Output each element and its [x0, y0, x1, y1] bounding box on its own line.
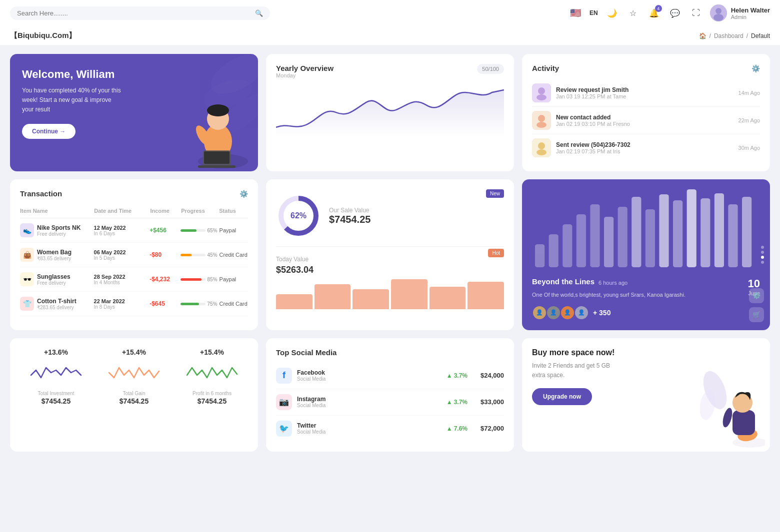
user-menu[interactable]: Helen Walter Admin — [710, 4, 770, 21]
bar-0 — [276, 294, 312, 309]
item-icon-2: 🕶️ — [20, 272, 34, 286]
item-date-2: 28 Sep 2022In 4 Months — [94, 274, 148, 285]
twitter-icon: 🐦 — [276, 421, 292, 437]
activity-subtitle-0: Jan 03 19 12:25 PM at Tame — [556, 93, 628, 99]
col-progress: Progress — [181, 208, 217, 214]
table-header: Item Name Date and Time Income Progress … — [20, 204, 248, 218]
today-value: $5263.04 — [276, 265, 504, 275]
upgrade-button[interactable]: Upgrade now — [532, 388, 592, 405]
item-income-0: +$456 — [150, 227, 178, 234]
svg-point-16 — [536, 94, 546, 100]
activity-time-0: 14m Ago — [738, 90, 760, 96]
beyond-avatars: 👤 👤 👤 👤 + 350 — [532, 305, 686, 320]
social-card: Top Social Media f Facebook Social Media… — [266, 338, 514, 452]
buy-space-card: Buy more space now! Invite 2 Friends and… — [522, 338, 770, 452]
cart-icon-beyond[interactable]: 🛒 — [749, 307, 764, 322]
flag-icon[interactable]: 🇺🇸 — [568, 6, 582, 20]
social-amount-0: $24,000 — [480, 372, 504, 379]
breadcrumb-separator: / — [710, 32, 711, 39]
breadcrumb-bar: 【Biqubiqu.Com】 🏠 / Dashboard / Default — [0, 26, 780, 46]
activity-title: Activity — [532, 64, 559, 72]
stat-pct-1: +15.4% — [98, 348, 170, 356]
activity-card: Activity ⚙️ Review request jim Smith Jan… — [522, 54, 770, 171]
theme-icon[interactable]: 🌙 — [605, 6, 619, 20]
beyond-info: Beyond the Lines 6 hours ago One Of the … — [532, 277, 686, 320]
svg-point-2 — [714, 14, 724, 21]
svg-rect-26 — [549, 234, 558, 267]
item-icon-1: 👜 — [20, 248, 34, 262]
activity-text-0: Review request jim Smith Jan 03 19 12:25… — [556, 86, 628, 99]
beyond-desc: One Of the world,s brightest, young surf… — [532, 291, 686, 299]
yearly-badge: 50/100 — [477, 64, 504, 74]
stat-item-2: +15.4% Profit in 6 months $7454.25 — [176, 348, 248, 405]
lang-label: EN — [590, 9, 598, 16]
col-income: Income — [150, 208, 179, 214]
search-icon: 🔍 — [255, 9, 263, 17]
svg-rect-34 — [659, 194, 668, 267]
avatar-2: 👤 — [560, 305, 575, 320]
activity-title-0: Review request jim Smith — [556, 86, 628, 93]
activity-settings-icon[interactable]: ⚙️ — [752, 64, 760, 72]
sales-card: New 62% Our Sale Value $7454.25 Hot — [266, 179, 514, 330]
item-cell-2: 🕶️ SunglassesFree delivery — [20, 272, 92, 286]
yearly-header: Yearly Overview Monday 50/100 — [276, 64, 504, 84]
svg-point-15 — [538, 87, 545, 94]
beyond-title: Beyond the Lines — [532, 277, 594, 286]
stat-value-2: $7454.25 — [176, 397, 248, 405]
donut-chart: 62% — [276, 193, 321, 238]
stats-card: +13.6% Total Investment $7454.25 +15.4% … — [10, 338, 258, 452]
item-name-2: Sunglasses — [37, 273, 70, 280]
breadcrumb-default: Default — [751, 32, 770, 39]
topbar: 🔍 🇺🇸 EN 🌙 ☆ 🔔 4 💬 ⛶ Helen Walter Admin — [0, 0, 780, 26]
instagram-icon: 📷 — [276, 394, 292, 410]
search-wrap[interactable]: 🔍 — [10, 6, 270, 20]
stat-item-0: +13.6% Total Investment $7454.25 — [20, 348, 92, 405]
activity-time-1: 22m Ago — [738, 117, 760, 123]
yearly-chart — [276, 87, 504, 137]
buy-desc: Invite 2 Friends and get 5 GB extra spac… — [532, 361, 622, 380]
breadcrumb-separator2: / — [746, 32, 748, 39]
social-row-0: f Facebook Social Media ▲ 3.7% $24,000 — [276, 363, 504, 389]
activity-thumb-2 — [532, 138, 551, 157]
expand-icon[interactable]: ⛶ — [689, 6, 703, 20]
donut-label: 62% — [290, 211, 306, 220]
svg-rect-37 — [700, 198, 710, 267]
item-income-1: -$80 — [150, 251, 178, 258]
message-icon[interactable]: 💬 — [668, 6, 682, 20]
activity-item-0: Review request jim Smith Jan 03 19 12:25… — [532, 79, 760, 107]
beyond-chart — [532, 189, 760, 269]
social-row-1: 📷 Instagram Social Media ▲ 3.7% $33,000 — [276, 389, 504, 416]
welcome-subtitle: You have completed 40% of your this week… — [22, 86, 122, 115]
item-status-0: Paypal — [220, 227, 248, 233]
social-amount-1: $33,000 — [480, 398, 504, 406]
svg-rect-27 — [562, 224, 572, 267]
sale-label: Our Sale Value — [329, 207, 370, 214]
notification-icon[interactable]: 🔔 4 — [647, 6, 661, 20]
svg-point-45 — [721, 407, 734, 428]
svg-rect-36 — [687, 189, 696, 267]
item-date-1: 06 May 2022In 5 Days — [94, 249, 148, 261]
activity-text-1: New contact added Jan 02 19 03:10 PM at … — [556, 114, 630, 127]
svg-rect-25 — [535, 244, 544, 267]
table-row: 👜 Women Bag₹83.65 delivery 06 May 2022In… — [20, 243, 248, 267]
svg-rect-40 — [742, 197, 752, 267]
sale-bottom: Today Value $5263.04 — [276, 249, 504, 309]
social-growth-2: ▲ 7.6% — [446, 425, 468, 432]
avatar-1: 👤 — [546, 305, 561, 320]
item-progress-0: 65% — [180, 228, 218, 233]
svg-rect-43 — [732, 410, 755, 435]
home-icon[interactable]: 🏠 — [699, 32, 706, 39]
svg-point-18 — [538, 115, 545, 122]
settings-icon-beyond[interactable]: ⚙️ — [749, 288, 764, 303]
search-input[interactable] — [17, 9, 251, 17]
transaction-settings-icon[interactable]: ⚙️ — [240, 190, 248, 198]
bar-2 — [352, 289, 389, 309]
user-role: Admin — [731, 14, 770, 20]
star-icon[interactable]: ☆ — [626, 6, 640, 20]
svg-rect-30 — [604, 217, 614, 267]
social-info-2: Twitter Social Media — [297, 422, 326, 435]
continue-button[interactable]: Continue → — [22, 124, 76, 139]
item-name-3: Cotton T-shirt — [37, 298, 76, 305]
breadcrumb-dashboard[interactable]: Dashboard — [714, 32, 744, 39]
svg-point-21 — [538, 142, 545, 149]
